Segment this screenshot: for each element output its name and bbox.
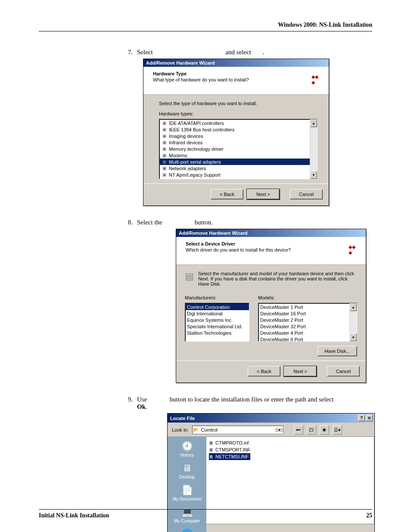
list-item[interactable]: ▣Memory technology driver: [159, 146, 317, 152]
list-item[interactable]: DeviceMaster 1 Port: [258, 304, 357, 310]
list-item[interactable]: Specialix International Ltd.: [185, 323, 249, 330]
models-label: Models:: [258, 295, 357, 300]
scroll-up-button[interactable]: ▲: [310, 119, 317, 127]
list-item[interactable]: Stallion Technologies: [185, 330, 249, 336]
device-category-icon: ▣: [161, 159, 167, 165]
places-item-icon: 🌐: [171, 528, 203, 532]
diskette-icon: ▤: [185, 271, 194, 282]
scrollbar[interactable]: ▲ ▼: [310, 119, 317, 179]
footer-page-number: 25: [366, 512, 372, 519]
list-item[interactable]: DeviceMaster 32 Port: [258, 323, 357, 330]
instructions-text: Select the manufacturer and model of you…: [198, 271, 357, 286]
step-8-text: Select the button.: [137, 219, 372, 226]
scroll-up-button[interactable]: ▲: [350, 303, 357, 311]
list-item[interactable]: ▣Infrared devices: [159, 139, 317, 146]
have-disk-button[interactable]: Have Disk...: [318, 346, 357, 356]
cancel-button[interactable]: Cancel: [290, 189, 323, 199]
step-9-number: 9.: [121, 396, 137, 403]
places-item-icon: 📄: [171, 484, 203, 497]
scroll-down-button[interactable]: ▼: [350, 333, 357, 341]
manufacturers-label: Manufacturers:: [185, 295, 249, 300]
dialog-titlebar: Add/Remove Hardware Wizard: [176, 229, 366, 237]
hardware-types-list[interactable]: ▣IDE ATA/ATAPI controllers▣IEEE 1394 Bus…: [159, 119, 318, 179]
running-head: Windows 2000: NS-Link Installation: [39, 22, 372, 31]
list-item[interactable]: ▣Multi-port serial adapters: [159, 159, 317, 165]
dialog-subheading: Which driver do you want to install for …: [186, 247, 291, 252]
device-category-icon: ▣: [161, 127, 167, 132]
back-button[interactable]: < Back: [211, 189, 243, 199]
file-item[interactable]: 🗎CTMPROTO.inf: [209, 439, 371, 446]
look-in-value: Comtrol: [199, 427, 276, 432]
new-folder-icon[interactable]: ✺: [320, 425, 329, 435]
device-category-icon: ▣: [161, 153, 167, 158]
dialog-title: Locate File: [170, 416, 195, 421]
places-item-icon: 🖥: [171, 462, 203, 475]
places-item[interactable]: 🖥Desktop: [171, 461, 203, 481]
inf-file-icon: 🗎: [209, 440, 214, 445]
list-item[interactable]: Comtrol Corporation: [185, 304, 249, 310]
scroll-down-button[interactable]: ▼: [310, 171, 317, 179]
device-category-icon: ▣: [161, 140, 167, 145]
list-item[interactable]: ▣IDE ATA/ATAPI controllers: [159, 120, 317, 126]
places-item[interactable]: 🌐My Network P...: [171, 527, 203, 532]
cancel-button[interactable]: Cancel: [327, 366, 360, 376]
dialog-title: Add/Remove Hardware Wizard: [146, 60, 215, 65]
device-category-icon: ▣: [161, 166, 167, 171]
select-driver-dialog: Add/Remove Hardware Wizard Select a Devi…: [176, 229, 366, 383]
help-icon[interactable]: ?: [358, 415, 365, 421]
prompt-text: Select the type of hardware you want to …: [159, 101, 318, 106]
list-item[interactable]: ▣Modems: [159, 152, 317, 159]
chevron-down-icon[interactable]: ▼: [276, 428, 283, 432]
back-icon[interactable]: ⮨: [294, 425, 303, 435]
list-item[interactable]: DeviceMaster 8 Port: [258, 336, 357, 342]
places-item[interactable]: 📄My Documents: [171, 483, 203, 503]
step-7-text: Select and select .: [137, 49, 372, 56]
next-button[interactable]: Next >: [284, 366, 317, 376]
list-item[interactable]: ▣Imaging devices: [159, 133, 317, 139]
list-label: Hardware types:: [159, 111, 318, 116]
device-category-icon: ▣: [161, 172, 167, 177]
views-icon[interactable]: ☰▾: [333, 425, 342, 435]
places-item-icon: 🕘: [171, 440, 203, 453]
look-in-combo[interactable]: 📂 Comtrol ▼: [192, 426, 283, 434]
dialog-titlebar: Add/Remove Hardware Wizard: [143, 59, 329, 67]
list-item[interactable]: DeviceMaster 2 Port: [258, 317, 357, 323]
list-item[interactable]: DeviceMaster 16 Port: [258, 310, 357, 317]
footer-left: Initial NS-Link Installation: [39, 512, 109, 519]
file-item[interactable]: 🗎NETCTMSI.INF: [209, 453, 250, 460]
step-7-number: 7.: [121, 49, 137, 56]
inf-file-icon: 🗎: [209, 454, 214, 459]
step-9-text: Use button to locate the installation fi…: [137, 396, 375, 411]
inf-file-icon: 🗎: [209, 447, 214, 452]
list-item[interactable]: ▣Network adapters: [159, 165, 317, 171]
list-item[interactable]: DeviceMaster 4 Port: [258, 330, 357, 336]
dialog-subheading: What type of hardware do you want to ins…: [153, 77, 249, 82]
list-item[interactable]: Equinox Systems Inc.: [185, 317, 249, 323]
scrollbar[interactable]: ▲ ▼: [349, 303, 357, 341]
list-item[interactable]: ▣NT Apm/Legacy Support: [159, 171, 317, 178]
places-item[interactable]: 🕘History: [171, 439, 203, 459]
close-icon[interactable]: ✕: [366, 415, 373, 421]
manufacturers-list[interactable]: Comtrol CorporationDigi InternationalEqu…: [185, 303, 249, 342]
next-button[interactable]: Next >: [247, 189, 280, 199]
wizard-graphic-icon: ◆◆◆: [343, 241, 361, 258]
look-in-label: Look in:: [172, 427, 189, 432]
hardware-type-dialog: Add/Remove Hardware Wizard Hardware Type…: [143, 59, 329, 206]
wizard-graphic-icon: ◆◆◆: [306, 71, 324, 88]
dialog-heading: Select a Device Driver: [186, 241, 291, 246]
step-8-number: 8.: [121, 219, 137, 226]
device-category-icon: ▣: [161, 134, 167, 139]
folder-icon: 📂: [193, 427, 199, 433]
device-category-icon: ▣: [161, 121, 167, 126]
list-item[interactable]: Digi International: [185, 310, 249, 317]
dialog-heading: Hardware Type: [153, 71, 249, 76]
up-one-level-icon[interactable]: ⮹: [307, 425, 316, 435]
file-item[interactable]: 🗎CTMSPORT.INF: [209, 446, 371, 453]
back-button[interactable]: < Back: [248, 366, 280, 376]
dialog-title: Add/Remove Hardware Wizard: [179, 230, 247, 236]
list-item[interactable]: ▣IEEE 1394 Bus host controllers: [159, 126, 317, 133]
device-category-icon: ▣: [161, 146, 167, 152]
models-list[interactable]: DeviceMaster 1 PortDeviceMaster 16 PortD…: [258, 303, 357, 342]
